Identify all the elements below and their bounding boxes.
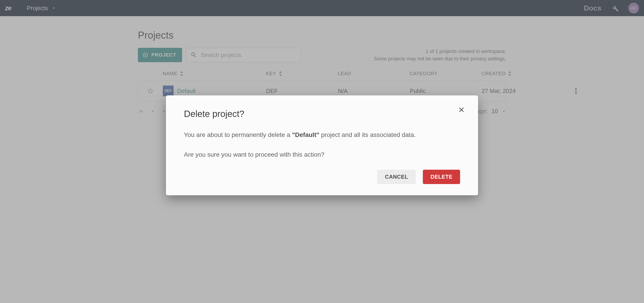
- cancel-button[interactable]: CANCEL: [377, 170, 416, 184]
- modal-body-1: You are about to permanently delete a "D…: [184, 130, 460, 140]
- delete-button[interactable]: DELETE: [423, 170, 460, 184]
- close-icon[interactable]: [458, 106, 466, 114]
- modal-actions: CANCEL DELETE: [184, 170, 460, 184]
- delete-project-modal: Delete project? You are about to permane…: [166, 95, 478, 195]
- modal-title: Delete project?: [184, 109, 460, 119]
- modal-body-prefix: You are about to permanently delete a: [184, 131, 292, 138]
- modal-body-2: Are you sure you want to proceed with th…: [184, 150, 460, 159]
- modal-body-project: "Default": [292, 131, 319, 138]
- modal-overlay[interactable]: Delete project? You are about to permane…: [0, 0, 644, 303]
- modal-body-suffix: project and all its associated data.: [319, 131, 416, 138]
